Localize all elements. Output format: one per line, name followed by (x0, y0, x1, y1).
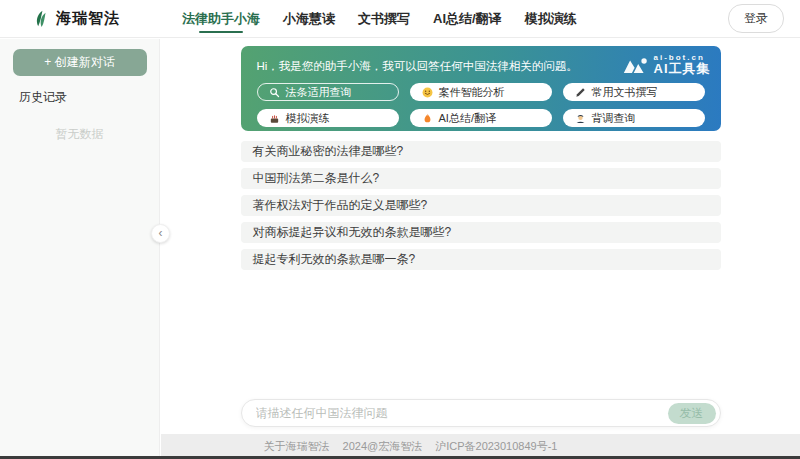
header: 海瑞智法 法律助手小海 小海慧读 文书撰写 AI总结/翻译 模拟演练 登录 (0, 0, 800, 38)
quick-action-mock-practice[interactable]: 模拟演练 (257, 109, 399, 127)
sidebar: + 创建新对话 历史记录 暂无数据 (0, 39, 160, 459)
quick-action-label: 背调查询 (592, 111, 636, 126)
assistant-banner: Hi，我是您的助手小海，我可以回答任何中国法律相关的问题。 ai-bot.cn … (241, 46, 721, 131)
history-label: 历史记录 (19, 89, 159, 106)
message-input-bar: 发送 (241, 399, 721, 427)
footer-copyright: 2024@宏海智法 (343, 439, 423, 454)
suggested-question[interactable]: 提起专利无效的条款是哪一条? (241, 249, 721, 270)
ai-bot-logo-icon (622, 55, 649, 75)
main-nav: 法律助手小海 小海慧读 文书撰写 AI总结/翻译 模拟演练 (182, 0, 577, 39)
quick-actions-row-1: 法条适用查询 案件智能分析 (257, 83, 705, 101)
quick-actions: 法条适用查询 案件智能分析 (241, 83, 721, 127)
suggested-question[interactable]: 有关商业秘密的法律是哪些? (241, 141, 721, 162)
quick-actions-row-2: 模拟演练 AI总结/翻译 背调查询 (257, 109, 705, 127)
login-button[interactable]: 登录 (728, 4, 784, 33)
fire-icon (422, 113, 433, 124)
cake-icon (269, 113, 280, 124)
suggested-question[interactable]: 著作权法对于作品的定义是哪些? (241, 195, 721, 216)
watermark-text: ai-bot.cn AI工具集 (654, 53, 711, 77)
quick-action-law-lookup[interactable]: 法条适用查询 (257, 83, 399, 101)
leaf-logo-icon (32, 8, 49, 29)
suggested-question[interactable]: 对商标提起异议和无效的条款是哪些? (241, 222, 721, 243)
quick-action-document-writing[interactable]: 常用文书撰写 (563, 83, 705, 101)
message-input[interactable] (256, 406, 668, 420)
chevron-left-icon: ‹ (159, 227, 163, 239)
send-button[interactable]: 发送 (668, 403, 716, 424)
quick-action-label: 案件智能分析 (439, 85, 505, 100)
search-icon (269, 87, 280, 98)
smiley-icon (422, 87, 433, 98)
watermark: ai-bot.cn AI工具集 (622, 53, 711, 77)
watermark-name: AI工具集 (654, 62, 711, 77)
brand: 海瑞智法 (0, 8, 124, 29)
quick-action-ai-summary[interactable]: AI总结/翻译 (410, 109, 552, 127)
chat-column: Hi，我是您的助手小海，我可以回答任何中国法律相关的问题。 ai-bot.cn … (241, 39, 721, 434)
nav-tab-document-writing[interactable]: 文书撰写 (358, 0, 410, 39)
history-empty-text: 暂无数据 (0, 126, 159, 143)
pencil-icon (575, 87, 586, 98)
sidebar-collapse-button[interactable]: ‹ (151, 224, 170, 243)
quick-action-label: AI总结/翻译 (439, 111, 496, 126)
footer-about-link[interactable]: 关于海瑞智法 (264, 439, 330, 454)
nav-tab-smart-reading[interactable]: 小海慧读 (283, 0, 335, 39)
main-panel: Hi，我是您的助手小海，我可以回答任何中国法律相关的问题。 ai-bot.cn … (161, 39, 800, 459)
spacer (241, 270, 721, 399)
quick-action-case-analysis[interactable]: 案件智能分析 (410, 83, 552, 101)
quick-action-label: 模拟演练 (286, 111, 330, 126)
suggested-question[interactable]: 中国刑法第二条是什么? (241, 168, 721, 189)
suggested-questions: 有关商业秘密的法律是哪些? 中国刑法第二条是什么? 著作权法对于作品的定义是哪些… (241, 141, 721, 270)
nav-tab-mock-practice[interactable]: 模拟演练 (525, 0, 577, 39)
quick-action-background-check[interactable]: 背调查询 (563, 109, 705, 127)
footer-icp: 沪ICP备2023010849号-1 (435, 439, 557, 454)
officer-icon (575, 113, 586, 124)
nav-tab-legal-assistant[interactable]: 法律助手小海 (182, 0, 260, 39)
brand-name: 海瑞智法 (56, 9, 120, 28)
quick-action-label: 常用文书撰写 (592, 85, 658, 100)
quick-action-label: 法条适用查询 (286, 85, 352, 100)
nav-tab-ai-summary[interactable]: AI总结/翻译 (433, 0, 502, 39)
new-chat-button[interactable]: + 创建新对话 (13, 49, 147, 76)
